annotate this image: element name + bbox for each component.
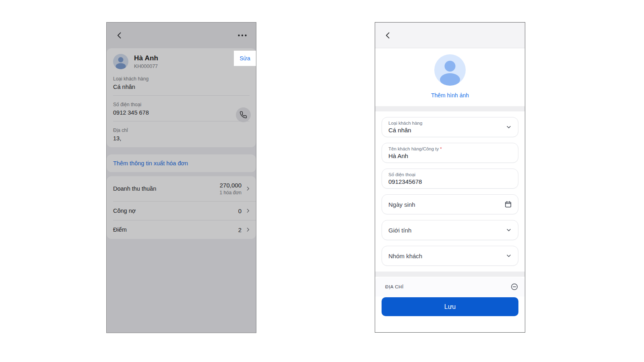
save-button[interactable]: Lưu xyxy=(382,297,518,316)
chevron-left-icon xyxy=(384,31,392,39)
back-button[interactable] xyxy=(384,31,392,39)
customer-detail-screen: Hà Anh KH000077 Loại khách hàng Cá nhân … xyxy=(106,22,256,333)
chevron-down-icon xyxy=(506,253,512,259)
field-label: Số điện thoại xyxy=(388,172,500,177)
field-placeholder: Giới tính xyxy=(388,227,411,234)
field-value: 0912345678 xyxy=(388,178,500,185)
chevron-down-icon xyxy=(506,227,512,233)
select-customer-group[interactable]: Nhóm khách xyxy=(382,246,518,266)
input-birthday[interactable]: Ngày sinh xyxy=(382,194,518,214)
field-label: Loại khách hàng xyxy=(388,121,500,125)
customer-edit-screen: Thêm hình ảnh Loại khách hàng Cá nhân Tê… xyxy=(375,22,525,333)
field-placeholder: Ngày sinh xyxy=(388,201,415,208)
minus-circle-icon xyxy=(510,283,518,291)
address-section-header: ĐỊA CHỈ xyxy=(375,277,525,296)
select-customer-type[interactable]: Loại khách hàng Cá nhân xyxy=(382,117,518,137)
field-value: Cá nhân xyxy=(388,127,500,134)
field-placeholder: Nhóm khách xyxy=(388,253,422,259)
calendar-icon xyxy=(504,201,512,208)
customer-form: Loại khách hàng Cá nhân Tên khách hàng/C… xyxy=(375,111,525,266)
edit-header xyxy=(375,23,525,48)
collapse-section-button[interactable] xyxy=(510,283,518,291)
required-mark: * xyxy=(440,146,442,151)
input-customer-name[interactable]: Tên khách hàng/Công ty* Hà Anh xyxy=(382,143,518,163)
input-phone-number[interactable]: Số điện thoại 0912345678 xyxy=(382,169,518,189)
dim-overlay xyxy=(107,23,256,333)
add-photo-button[interactable]: Thêm hình ảnh xyxy=(431,92,469,99)
avatar-placeholder[interactable] xyxy=(434,54,466,86)
field-value: Hà Anh xyxy=(388,152,500,159)
chevron-down-icon xyxy=(506,124,512,130)
address-section-label: ĐỊA CHỈ xyxy=(385,284,510,289)
person-icon xyxy=(445,61,456,72)
section-gap xyxy=(375,106,525,111)
screenshot-canvas: Hà Anh KH000077 Loại khách hàng Cá nhân … xyxy=(0,0,644,362)
photo-card: Thêm hình ảnh xyxy=(375,48,525,106)
edit-button[interactable]: Sửa xyxy=(234,51,256,66)
select-gender[interactable]: Giới tính xyxy=(382,220,518,240)
field-label: Tên khách hàng/Công ty* xyxy=(388,146,500,151)
section-gap xyxy=(375,272,525,277)
